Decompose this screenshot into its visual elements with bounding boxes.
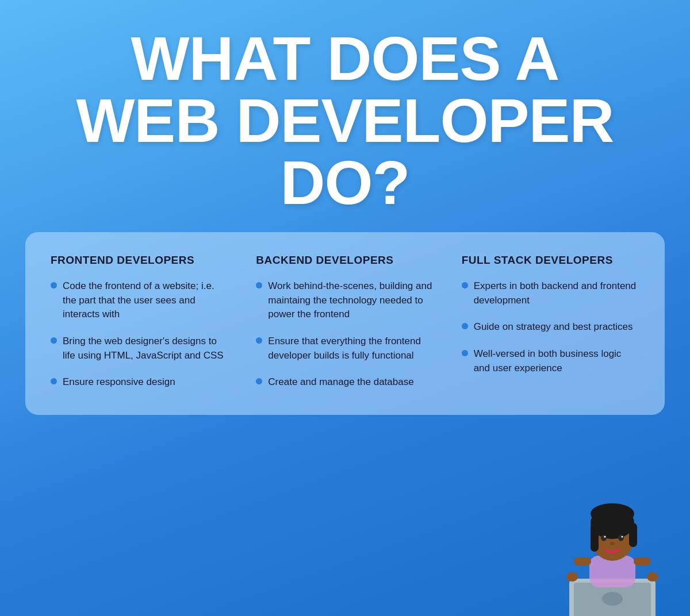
fullstack-title: FULL STACK DEVELOPERS [462,254,639,267]
list-item: Code the frontend of a website; i.e. the… [51,279,228,322]
svg-point-14 [610,542,615,545]
svg-point-11 [618,535,624,541]
svg-point-17 [566,572,578,582]
svg-point-2 [602,592,623,606]
svg-rect-16 [634,557,651,565]
avatar-container [558,490,673,616]
svg-point-18 [647,572,658,582]
svg-rect-8 [629,523,637,547]
header: WHAT DOES A WEB DEVELOPER DO? [0,0,690,232]
svg-rect-7 [591,523,599,552]
list-item: Ensure that everything the frontend deve… [256,334,434,363]
backend-title: BACKEND DEVELOPERS [256,254,434,267]
list-item: Bring the web designer's designs to life… [51,334,228,363]
bullet-dot [256,337,262,344]
list-item: Create and manage the database [256,375,434,390]
fullstack-list: Experts in both backend and frontend dev… [462,279,639,375]
bullet-dot [51,337,57,344]
frontend-list: Code the frontend of a website; i.e. the… [51,279,228,390]
bullet-dot [462,323,468,329]
backend-column: BACKEND DEVELOPERS Work behind-the-scene… [242,254,447,390]
svg-point-9 [591,503,634,524]
bullet-dot [462,282,468,288]
main-title: WHAT DOES A WEB DEVELOPER DO? [34,28,656,214]
svg-rect-15 [574,557,591,565]
backend-list: Work behind-the-scenes, building and mai… [256,279,434,390]
svg-point-12 [604,536,606,538]
list-item: Work behind-the-scenes, building and mai… [256,279,434,322]
svg-point-10 [601,535,607,541]
list-item: Well-versed in both business logic and u… [462,347,639,375]
avatar-illustration [558,490,673,616]
bullet-dot [256,282,262,288]
fullstack-column: FULL STACK DEVELOPERS Experts in both ba… [448,254,639,390]
svg-point-13 [622,536,623,538]
list-item: Guide on strategy and best practices [462,320,639,334]
bullet-dot [256,378,262,384]
bullet-dot [51,378,57,384]
bullet-dot [51,282,57,288]
frontend-column: FRONTEND DEVELOPERS Code the frontend of… [51,254,242,390]
info-card: FRONTEND DEVELOPERS Code the frontend of… [25,232,665,415]
bullet-dot [462,350,468,356]
list-item: Experts in both backend and frontend dev… [462,279,639,307]
list-item: Ensure responsive design [51,375,228,390]
frontend-title: FRONTEND DEVELOPERS [51,254,228,267]
